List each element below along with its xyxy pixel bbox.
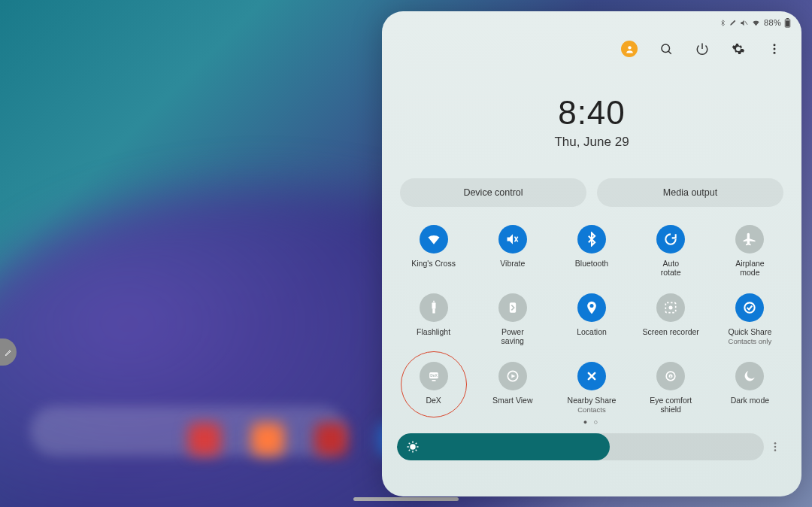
tile-label: Powersaving (501, 327, 524, 345)
stylus-status-icon (729, 19, 737, 26)
tile-label: Screen recorder (643, 327, 699, 336)
tile-smartview[interactable]: Smart View (473, 362, 552, 414)
more-button[interactable] (767, 41, 782, 56)
highlight-ring (401, 351, 467, 417)
record-icon (656, 293, 685, 322)
tile-quickshare[interactable]: Quick ShareContacts only (710, 293, 789, 345)
svg-point-15 (589, 304, 593, 308)
tile-label: Quick Share (729, 327, 772, 336)
status-bar: 88% (382, 11, 801, 29)
svg-line-34 (416, 443, 417, 445)
svg-line-6 (668, 51, 671, 54)
clock-block: 8:40 Thu, June 29 (382, 94, 801, 150)
tile-airplane[interactable]: Airplanemode (710, 225, 789, 277)
svg-rect-12 (432, 309, 435, 314)
tile-label: Autorotate (661, 259, 681, 277)
bluetooth-status-icon (720, 19, 726, 27)
tile-label: Airplanemode (735, 259, 765, 277)
svg-point-26 (411, 445, 415, 449)
cast-icon (498, 362, 527, 390)
svg-rect-11 (432, 302, 435, 308)
svg-point-37 (774, 450, 777, 452)
quickshare-icon (735, 293, 764, 322)
media-output-button[interactable]: Media output (597, 178, 783, 207)
tile-label: Vibrate (500, 259, 525, 268)
nearby-icon (577, 362, 606, 390)
settings-button[interactable] (731, 41, 746, 56)
torch-icon (420, 293, 448, 322)
tile-flashlight[interactable]: Flashlight (394, 293, 473, 345)
tile-label: Bluetooth (575, 259, 608, 268)
tile-sublabel: Contacts (577, 405, 606, 414)
svg-line-0 (745, 21, 747, 25)
svg-point-36 (774, 446, 777, 448)
tile-bluetooth[interactable]: Bluetooth (552, 225, 631, 277)
pin-icon (577, 293, 606, 322)
battery-percentage: 88% (764, 18, 781, 27)
tile-darkmode[interactable]: Dark mode (710, 362, 789, 414)
user-avatar-button[interactable] (621, 41, 638, 57)
svg-rect-14 (510, 302, 516, 312)
wifi-status-icon (751, 19, 761, 27)
clock-time: 8:40 (382, 94, 801, 132)
tile-label: Eye comfortshield (650, 396, 692, 414)
tile-screenrecorder[interactable]: Screen recorder (632, 293, 710, 345)
svg-rect-3 (786, 20, 789, 26)
tile-label: Dark mode (731, 396, 769, 405)
svg-line-33 (409, 450, 411, 451)
search-button[interactable] (659, 41, 674, 56)
tile-label: Flashlight (417, 327, 450, 336)
brightness-slider[interactable] (397, 433, 764, 460)
tile-powersaving[interactable]: Powersaving (473, 293, 552, 345)
wifi-icon (420, 225, 448, 254)
svg-point-17 (669, 306, 673, 310)
svg-rect-2 (786, 18, 789, 20)
svg-line-31 (409, 443, 411, 445)
tile-vibrate[interactable]: Vibrate (473, 225, 552, 277)
device-control-label: Device control (463, 187, 523, 198)
svg-point-35 (774, 442, 777, 445)
media-output-label: Media output (663, 187, 717, 198)
mute-status-icon (740, 19, 748, 27)
tile-autorotate[interactable]: Autorotate (632, 225, 710, 277)
brightness-more-button[interactable] (764, 441, 786, 453)
tile-location[interactable]: Location (552, 293, 631, 345)
tile-eyecomfort[interactable]: AEye comfortshield (632, 362, 710, 414)
tile-label: King's Cross (411, 259, 456, 268)
tile-nearbyshare[interactable]: Nearby ShareContacts (552, 362, 631, 414)
rotate-icon (656, 225, 685, 254)
tile-label: Nearby Share (568, 396, 617, 405)
bluetooth-icon (577, 225, 606, 254)
quick-settings-panel: 88% 8:40 Thu, June 29 Device control Med… (382, 11, 801, 496)
tile-label: Smart View (492, 396, 533, 405)
eye-icon: A (656, 362, 685, 390)
svg-point-10 (774, 52, 776, 54)
tile-sublabel: Contacts only (729, 337, 772, 345)
leaf-icon (498, 293, 527, 322)
tile-grid: King's CrossVibrateBluetoothAutorotateAi… (382, 225, 801, 414)
brightness-row (397, 433, 786, 460)
brightness-icon (406, 440, 420, 454)
svg-point-8 (774, 44, 776, 46)
svg-point-4 (628, 46, 631, 49)
svg-text:A: A (670, 375, 672, 378)
clock-date: Thu, June 29 (382, 135, 801, 150)
tile-label: Location (577, 327, 607, 336)
battery-icon (784, 18, 791, 28)
panel-top-actions (382, 34, 801, 64)
nav-handle[interactable] (353, 497, 459, 501)
device-control-button[interactable]: Device control (400, 178, 586, 207)
moon-icon (735, 362, 764, 390)
tile-wifi[interactable]: King's Cross (394, 225, 473, 277)
svg-line-32 (416, 450, 417, 451)
page-indicator[interactable]: ● ○ (382, 418, 801, 426)
power-button[interactable] (695, 41, 710, 56)
svg-point-9 (774, 48, 776, 50)
tile-dex[interactable]: DeXDeX (394, 362, 473, 414)
vibrate-icon (498, 225, 527, 254)
svg-point-5 (662, 44, 670, 53)
plane-icon (735, 225, 764, 254)
